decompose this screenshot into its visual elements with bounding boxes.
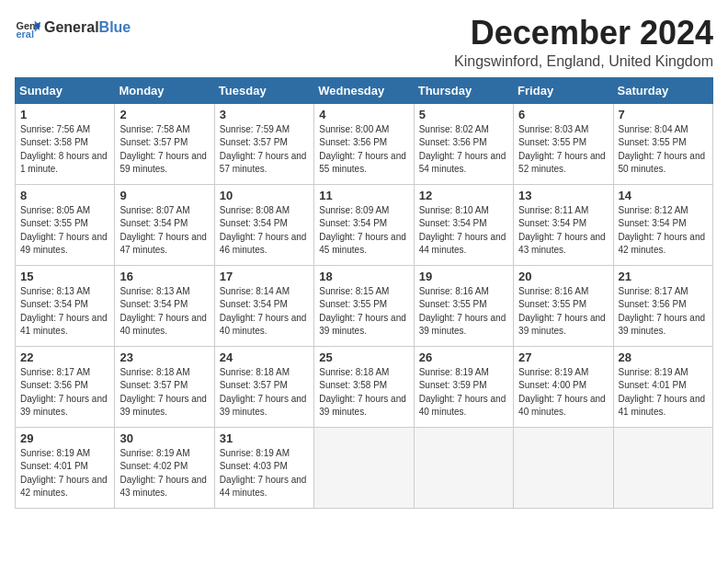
day-info: Sunrise: 8:07 AM Sunset: 3:54 PM Dayligh… — [119, 204, 209, 258]
sunrise-label: Sunrise: 8:05 AM — [20, 205, 90, 215]
sunrise-label: Sunrise: 8:17 AM — [619, 286, 688, 296]
daylight-label: Daylight: 7 hours and 49 minutes. — [20, 232, 108, 256]
calendar-cell: 10 Sunrise: 8:08 AM Sunset: 3:54 PM Dayl… — [214, 184, 313, 265]
day-number: 16 — [119, 270, 209, 283]
day-number: 15 — [20, 270, 109, 283]
calendar-cell: 15 Sunrise: 8:13 AM Sunset: 3:54 PM Dayl… — [16, 265, 115, 346]
day-number: 19 — [419, 270, 508, 283]
header: Gen eral GeneralBlue December 2024 Kings… — [15, 15, 713, 70]
calendar-cell: 2 Sunrise: 7:58 AM Sunset: 3:57 PM Dayli… — [115, 103, 214, 184]
daylight-label: Daylight: 7 hours and 39 minutes. — [319, 394, 406, 418]
daylight-label: Daylight: 7 hours and 55 minutes. — [319, 151, 406, 175]
day-number: 12 — [419, 189, 508, 202]
calendar-cell — [314, 427, 414, 508]
sunset-label: Sunset: 3:55 PM — [518, 299, 586, 309]
day-number: 21 — [619, 270, 708, 283]
daylight-label: Daylight: 7 hours and 41 minutes. — [20, 313, 108, 337]
daylight-label: Daylight: 7 hours and 40 minutes. — [119, 313, 207, 337]
daylight-label: Daylight: 7 hours and 54 minutes. — [419, 151, 506, 175]
logo: Gen eral GeneralBlue — [15, 15, 131, 40]
day-number: 31 — [220, 431, 309, 445]
title-area: December 2024 Kingswinford, England, Uni… — [454, 15, 713, 70]
day-info: Sunrise: 8:08 AM Sunset: 3:54 PM Dayligh… — [220, 204, 309, 258]
calendar-cell: 12 Sunrise: 8:10 AM Sunset: 3:54 PM Dayl… — [414, 184, 513, 265]
sunset-label: Sunset: 3:57 PM — [220, 380, 288, 390]
day-number: 17 — [220, 270, 309, 283]
daylight-label: Daylight: 7 hours and 50 minutes. — [619, 151, 706, 175]
logo-general: General — [44, 19, 99, 35]
week-row-4: 22 Sunrise: 8:17 AM Sunset: 3:56 PM Dayl… — [16, 346, 713, 427]
daylight-label: Daylight: 7 hours and 40 minutes. — [220, 313, 307, 337]
calendar: SundayMondayTuesdayWednesdayThursdayFrid… — [15, 77, 713, 509]
sunset-label: Sunset: 3:54 PM — [20, 299, 88, 309]
calendar-cell: 14 Sunrise: 8:12 AM Sunset: 3:54 PM Dayl… — [613, 184, 712, 265]
sunset-label: Sunset: 3:56 PM — [319, 137, 387, 147]
day-number: 6 — [518, 108, 608, 121]
sunrise-label: Sunrise: 8:13 AM — [119, 286, 189, 296]
sunrise-label: Sunrise: 8:19 AM — [518, 367, 588, 377]
calendar-cell: 25 Sunrise: 8:18 AM Sunset: 3:58 PM Dayl… — [314, 346, 414, 427]
day-number: 30 — [119, 431, 209, 445]
daylight-label: Daylight: 7 hours and 44 minutes. — [220, 475, 307, 499]
sunset-label: Sunset: 3:54 PM — [619, 218, 687, 228]
day-info: Sunrise: 8:00 AM Sunset: 3:56 PM Dayligh… — [319, 123, 408, 177]
day-number: 2 — [119, 108, 209, 121]
daylight-label: Daylight: 7 hours and 43 minutes. — [518, 232, 606, 256]
daylight-label: Daylight: 7 hours and 46 minutes. — [220, 232, 307, 256]
sunset-label: Sunset: 3:57 PM — [220, 137, 288, 147]
sunrise-label: Sunrise: 8:11 AM — [518, 205, 588, 215]
day-info: Sunrise: 7:58 AM Sunset: 3:57 PM Dayligh… — [119, 123, 209, 177]
sunrise-label: Sunrise: 8:03 AM — [518, 124, 588, 134]
day-info: Sunrise: 8:09 AM Sunset: 3:54 PM Dayligh… — [319, 204, 408, 258]
day-info: Sunrise: 8:13 AM Sunset: 3:54 PM Dayligh… — [20, 285, 109, 339]
day-info: Sunrise: 8:02 AM Sunset: 3:56 PM Dayligh… — [419, 123, 508, 177]
day-number: 28 — [619, 350, 708, 364]
calendar-cell: 28 Sunrise: 8:19 AM Sunset: 4:01 PM Dayl… — [613, 346, 712, 427]
sunset-label: Sunset: 3:58 PM — [20, 137, 88, 147]
calendar-cell: 7 Sunrise: 8:04 AM Sunset: 3:55 PM Dayli… — [613, 103, 712, 184]
day-number: 4 — [319, 108, 408, 121]
day-info: Sunrise: 8:17 AM Sunset: 3:56 PM Dayligh… — [619, 285, 708, 339]
calendar-cell: 1 Sunrise: 7:56 AM Sunset: 3:58 PM Dayli… — [16, 103, 115, 184]
day-info: Sunrise: 8:15 AM Sunset: 3:55 PM Dayligh… — [319, 285, 408, 339]
daylight-label: Daylight: 7 hours and 42 minutes. — [619, 232, 706, 256]
daylight-label: Daylight: 7 hours and 39 minutes. — [220, 394, 307, 418]
calendar-cell: 6 Sunrise: 8:03 AM Sunset: 3:55 PM Dayli… — [514, 103, 613, 184]
sunrise-label: Sunrise: 8:19 AM — [619, 367, 688, 377]
daylight-label: Daylight: 7 hours and 59 minutes. — [119, 151, 207, 175]
sunset-label: Sunset: 4:02 PM — [119, 461, 188, 471]
day-info: Sunrise: 8:18 AM Sunset: 3:57 PM Dayligh… — [119, 366, 209, 419]
calendar-cell: 24 Sunrise: 8:18 AM Sunset: 3:57 PM Dayl… — [214, 346, 313, 427]
calendar-cell: 5 Sunrise: 8:02 AM Sunset: 3:56 PM Dayli… — [414, 103, 513, 184]
sunset-label: Sunset: 3:54 PM — [119, 218, 188, 228]
sunset-label: Sunset: 3:56 PM — [619, 299, 687, 309]
day-number: 10 — [220, 189, 309, 202]
week-row-2: 8 Sunrise: 8:05 AM Sunset: 3:55 PM Dayli… — [16, 184, 713, 265]
sunset-label: Sunset: 3:56 PM — [20, 380, 88, 390]
sunrise-label: Sunrise: 8:00 AM — [319, 124, 389, 134]
calendar-cell — [414, 427, 513, 508]
sunset-label: Sunset: 3:55 PM — [20, 218, 88, 228]
calendar-cell: 27 Sunrise: 8:19 AM Sunset: 4:00 PM Dayl… — [514, 346, 613, 427]
weekday-header-sunday: Sunday — [16, 77, 115, 103]
day-info: Sunrise: 7:56 AM Sunset: 3:58 PM Dayligh… — [20, 123, 109, 177]
day-info: Sunrise: 8:13 AM Sunset: 3:54 PM Dayligh… — [119, 285, 209, 339]
daylight-label: Daylight: 7 hours and 39 minutes. — [119, 394, 207, 418]
sunset-label: Sunset: 3:54 PM — [419, 218, 487, 228]
daylight-label: Daylight: 7 hours and 47 minutes. — [119, 232, 207, 256]
sunrise-label: Sunrise: 8:18 AM — [220, 367, 290, 377]
day-number: 18 — [319, 270, 408, 283]
day-info: Sunrise: 7:59 AM Sunset: 3:57 PM Dayligh… — [220, 123, 309, 177]
day-info: Sunrise: 8:19 AM Sunset: 4:03 PM Dayligh… — [220, 447, 309, 500]
calendar-cell: 4 Sunrise: 8:00 AM Sunset: 3:56 PM Dayli… — [314, 103, 414, 184]
day-number: 7 — [619, 108, 708, 121]
week-row-5: 29 Sunrise: 8:19 AM Sunset: 4:01 PM Dayl… — [16, 427, 713, 508]
daylight-label: Daylight: 7 hours and 52 minutes. — [518, 151, 606, 175]
calendar-cell: 11 Sunrise: 8:09 AM Sunset: 3:54 PM Dayl… — [314, 184, 414, 265]
day-info: Sunrise: 8:16 AM Sunset: 3:55 PM Dayligh… — [419, 285, 508, 339]
day-info: Sunrise: 8:19 AM Sunset: 4:02 PM Dayligh… — [119, 447, 209, 500]
sunset-label: Sunset: 3:54 PM — [319, 218, 387, 228]
day-info: Sunrise: 8:05 AM Sunset: 3:55 PM Dayligh… — [20, 204, 109, 258]
sunset-label: Sunset: 3:57 PM — [119, 380, 188, 390]
day-number: 11 — [319, 189, 408, 202]
